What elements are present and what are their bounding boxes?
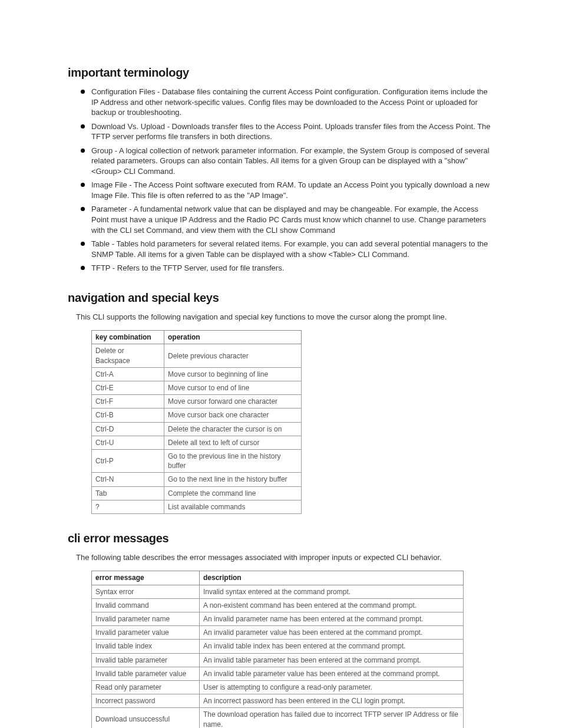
- table-cell: Ctrl-F: [92, 395, 164, 409]
- errors-table: error message description Syntax errorIn…: [91, 571, 464, 728]
- table-row: Invalid commandA non-existent command ha…: [92, 598, 464, 612]
- terminology-item: Download Vs. Upload - Downloads transfer…: [81, 121, 494, 142]
- terminology-list: Configuration Files - Database files con…: [81, 87, 494, 274]
- table-row: Ctrl-PGo to the previous line in the his…: [92, 449, 302, 472]
- table-cell: A non-existent command has been entered …: [200, 598, 464, 612]
- terminology-item: Table - Tables hold parameters for sever…: [81, 239, 494, 259]
- table-cell: List available commands: [164, 500, 302, 513]
- table-row: Invalid table indexAn invalid table inde…: [92, 640, 464, 653]
- table-cell: Syntax error: [92, 585, 200, 598]
- errors-section: cli error messages The following table d…: [68, 531, 494, 728]
- navigation-intro: This CLI supports the following navigati…: [76, 312, 494, 322]
- table-cell: Invalid syntax entered at the command pr…: [200, 585, 464, 598]
- table-row: Ctrl-FMove cursor forward one character: [92, 395, 302, 409]
- table-row: Ctrl-UDelete all text to left of cursor: [92, 436, 302, 449]
- table-cell: User is attempting to configure a read-o…: [200, 680, 464, 694]
- navigation-table-body: Delete or BackspaceDelete previous chara…: [92, 344, 302, 513]
- table-row: Delete or BackspaceDelete previous chara…: [92, 344, 302, 367]
- table-cell: An invalid table parameter has been ente…: [200, 653, 464, 667]
- navigation-section: navigation and special keys This CLI sup…: [68, 290, 494, 514]
- table-row: Download unsuccessfulThe download operat…: [92, 708, 464, 728]
- table-cell: Delete or Backspace: [92, 344, 164, 367]
- table-row: Read only parameterUser is attempting to…: [92, 680, 464, 694]
- table-cell: Invalid parameter name: [92, 612, 200, 626]
- table-row: ?List available commands: [92, 500, 302, 513]
- table-row: Invalid parameter valueAn invalid parame…: [92, 626, 464, 640]
- table-cell: Delete previous character: [164, 344, 302, 367]
- table-cell: Ctrl-P: [92, 449, 164, 472]
- table-cell: Ctrl-E: [92, 381, 164, 395]
- terminology-item: Image File - The Access Point software e…: [81, 180, 494, 200]
- table-cell: Ctrl-N: [92, 473, 164, 486]
- table-cell: Delete all text to left of cursor: [164, 436, 302, 449]
- table-cell: Invalid table parameter value: [92, 667, 200, 680]
- table-row: Incorrect passwordAn incorrect password …: [92, 694, 464, 708]
- table-cell: Download unsuccessful: [92, 708, 200, 728]
- terminology-item: Configuration Files - Database files con…: [81, 87, 494, 118]
- table-header-row: key combination operation: [92, 331, 302, 344]
- table-header-row: error message description: [92, 571, 464, 585]
- table-cell: The download operation has failed due to…: [200, 708, 464, 728]
- table-cell: Invalid parameter value: [92, 626, 200, 640]
- table-cell: Delete the character the cursor is on: [164, 422, 302, 436]
- errors-heading: cli error messages: [68, 531, 494, 546]
- table-cell: Go to the next line in the history buffe…: [164, 473, 302, 486]
- table-cell: Incorrect password: [92, 694, 200, 708]
- table-cell: Invalid table index: [92, 640, 200, 653]
- table-row: Invalid table parameterAn invalid table …: [92, 653, 464, 667]
- table-cell: Read only parameter: [92, 680, 200, 694]
- table-cell: An incorrect password has been entered i…: [200, 694, 464, 708]
- table-cell: Ctrl-A: [92, 367, 164, 381]
- table-row: Invalid parameter nameAn invalid paramet…: [92, 612, 464, 626]
- table-row: TabComplete the command line: [92, 486, 302, 500]
- table-cell: Go to the previous line in the history b…: [164, 449, 302, 472]
- table-cell: Ctrl-D: [92, 422, 164, 436]
- table-cell: Move cursor to beginning of line: [164, 367, 302, 381]
- table-cell: Invalid table parameter: [92, 653, 200, 667]
- table-row: Ctrl-BMove cursor back one character: [92, 409, 302, 422]
- table-cell: An invalid table parameter value has bee…: [200, 667, 464, 680]
- table-cell: An invalid parameter value has been ente…: [200, 626, 464, 640]
- table-cell: Tab: [92, 486, 164, 500]
- navigation-table: key combination operation Delete or Back…: [91, 330, 302, 514]
- nav-header-key: key combination: [92, 331, 164, 344]
- table-cell: Move cursor to end of line: [164, 381, 302, 395]
- terminology-section: important terminology Configuration File…: [68, 65, 494, 274]
- navigation-heading: navigation and special keys: [68, 290, 494, 306]
- table-cell: Complete the command line: [164, 486, 302, 500]
- nav-header-op: operation: [164, 331, 302, 344]
- errors-table-body: Syntax errorInvalid syntax entered at th…: [92, 585, 464, 728]
- table-cell: Move cursor forward one character: [164, 395, 302, 409]
- table-cell: An invalid parameter name has been enter…: [200, 612, 464, 626]
- table-row: Ctrl-NGo to the next line in the history…: [92, 473, 302, 486]
- table-cell: Ctrl-B: [92, 409, 164, 422]
- terminology-item: Parameter - A fundamental network value …: [81, 204, 494, 235]
- table-cell: Ctrl-U: [92, 436, 164, 449]
- table-row: Ctrl-EMove cursor to end of line: [92, 381, 302, 395]
- terminology-item: TFTP - Refers to the TFTP Server, used f…: [81, 263, 494, 274]
- errors-intro: The following table describes the error …: [76, 552, 494, 563]
- terminology-item: Group - A logical collection of network …: [81, 146, 494, 177]
- table-cell: Move cursor back one character: [164, 409, 302, 422]
- table-row: Ctrl-AMove cursor to beginning of line: [92, 367, 302, 381]
- err-header-msg: error message: [92, 571, 200, 585]
- table-cell: Invalid command: [92, 598, 200, 612]
- table-cell: An invalid table index has been entered …: [200, 640, 464, 653]
- table-row: Invalid table parameter valueAn invalid …: [92, 667, 464, 680]
- table-cell: ?: [92, 500, 164, 513]
- table-row: Syntax errorInvalid syntax entered at th…: [92, 585, 464, 598]
- table-row: Ctrl-DDelete the character the cursor is…: [92, 422, 302, 436]
- terminology-heading: important terminology: [68, 65, 494, 81]
- err-header-desc: description: [200, 571, 464, 585]
